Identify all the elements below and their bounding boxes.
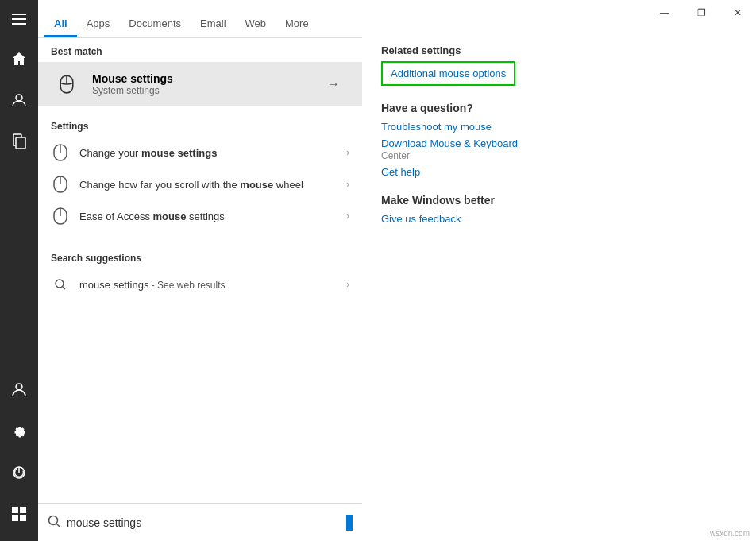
- search-cursor: [346, 515, 353, 531]
- svg-line-24: [56, 524, 60, 527]
- svg-rect-5: [16, 137, 25, 149]
- additional-mouse-options-link[interactable]: Additional mouse options: [381, 61, 515, 86]
- svg-rect-11: [12, 515, 18, 521]
- suggestion-item-mouse[interactable]: mouse settings - See web results ›: [38, 269, 362, 300]
- close-button[interactable]: ✕: [719, 0, 756, 25]
- settings-label: Settings: [38, 113, 362, 137]
- taskbar: [0, 0, 38, 541]
- svg-point-3: [16, 95, 22, 101]
- svg-rect-12: [20, 515, 26, 521]
- home-icon[interactable]: [0, 40, 38, 78]
- related-settings-title: Related settings: [381, 44, 737, 56]
- mouse-icon-3: [51, 207, 70, 226]
- avatar-icon[interactable]: [0, 371, 38, 409]
- svg-rect-1: [12, 18, 26, 20]
- search-tabs: All Apps Documents Email Web More: [38, 0, 362, 38]
- svg-point-23: [49, 516, 58, 524]
- search-input[interactable]: [67, 516, 343, 529]
- mouse-settings-icon: [51, 68, 83, 100]
- minimize-button[interactable]: —: [646, 0, 683, 25]
- power-icon[interactable]: [0, 454, 38, 492]
- contact-icon[interactable]: [0, 81, 38, 119]
- settings-section: Settings Change your mouse settings › Ch…: [38, 106, 362, 238]
- troubleshoot-link[interactable]: Troubleshoot my mouse: [381, 121, 737, 133]
- best-match-subtitle: System settings: [92, 85, 318, 96]
- suggestion-arrow: ›: [346, 279, 349, 290]
- download-link[interactable]: Download Mouse & Keyboard Center: [381, 137, 737, 161]
- svg-point-21: [56, 280, 64, 288]
- best-match-text: Mouse settings System settings: [92, 72, 318, 96]
- search-bar: [38, 503, 362, 541]
- watermark: wsxdn.com: [710, 529, 750, 538]
- tab-documents[interactable]: Documents: [119, 8, 191, 37]
- window-controls: — ❐ ✕: [646, 0, 756, 25]
- settings-item-arrow-3: ›: [346, 211, 349, 222]
- svg-rect-9: [12, 507, 18, 513]
- download-text: Download Mouse & Keyboard: [381, 137, 518, 149]
- center-text: Center: [381, 150, 410, 161]
- tab-web[interactable]: Web: [236, 8, 276, 37]
- settings-item-text-2: Change how far you scroll with the mouse…: [79, 179, 346, 191]
- suggestion-search-icon: [51, 275, 70, 294]
- have-question-heading: Have a question?: [381, 102, 737, 114]
- settings-item-scroll[interactable]: Change how far you scroll with the mouse…: [38, 168, 362, 200]
- make-windows-better-heading: Make Windows better: [381, 194, 737, 207]
- suggestion-main: mouse settings: [79, 279, 148, 291]
- get-help-link[interactable]: Get help: [381, 166, 737, 178]
- settings-item-arrow-2: ›: [346, 179, 349, 190]
- settings-icon[interactable]: [0, 412, 38, 450]
- settings-item-text-3: Ease of Access mouse settings: [79, 211, 346, 222]
- mouse-icon-1: [51, 143, 70, 162]
- best-match-arrow[interactable]: →: [318, 68, 349, 100]
- settings-item-mouse-settings[interactable]: Change your mouse settings ›: [38, 137, 362, 168]
- svg-point-6: [16, 384, 22, 390]
- search-bar-icon: [48, 515, 60, 531]
- suggestion-text: mouse settings - See web results: [79, 279, 346, 291]
- tab-email[interactable]: Email: [191, 8, 236, 37]
- maximize-button[interactable]: ❐: [683, 0, 719, 25]
- svg-rect-2: [12, 23, 26, 25]
- svg-rect-0: [12, 14, 26, 15]
- best-match-item[interactable]: Mouse settings System settings →: [38, 62, 362, 106]
- suggestion-see-web: - See web results: [148, 280, 225, 291]
- settings-item-arrow-1: ›: [346, 147, 349, 158]
- give-feedback-link[interactable]: Give us feedback: [381, 213, 737, 225]
- mouse-icon-2: [51, 175, 70, 194]
- windows-icon[interactable]: [0, 495, 38, 533]
- settings-item-text-1: Change your mouse settings: [79, 147, 346, 159]
- settings-item-ease[interactable]: Ease of Access mouse settings ›: [38, 200, 362, 232]
- svg-rect-10: [20, 507, 26, 513]
- search-panel: All Apps Documents Email Web More Best m…: [38, 0, 362, 541]
- documents-icon[interactable]: [0, 122, 38, 160]
- right-panel: — ❐ ✕ Related settings Additional mouse …: [362, 0, 756, 541]
- suggestions-label: Search suggestions: [38, 245, 362, 269]
- best-match-title: Mouse settings: [92, 72, 318, 85]
- svg-line-22: [63, 287, 65, 289]
- tab-more[interactable]: More: [276, 8, 318, 37]
- best-match-label: Best match: [38, 38, 362, 62]
- suggestions-section: Search suggestions mouse settings - See …: [38, 238, 362, 307]
- tab-all[interactable]: All: [44, 8, 77, 37]
- tab-apps[interactable]: Apps: [77, 8, 120, 37]
- hamburger-menu-button[interactable]: [0, 0, 38, 38]
